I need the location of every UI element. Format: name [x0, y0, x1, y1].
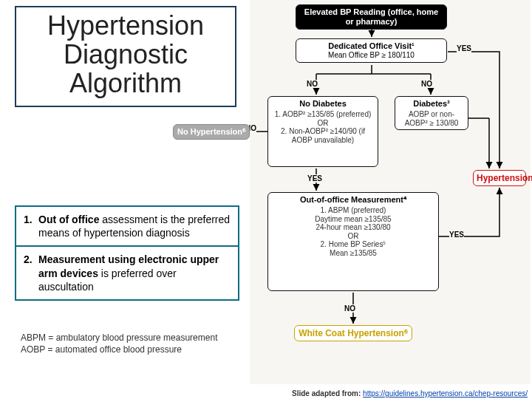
def-abpm: ABPM = ambulatory blood pressure measure… [21, 332, 217, 344]
node-out-of-office-measurement: Out-of-office Measurement⁴ 1. ABPM (pref… [267, 192, 439, 291]
note-body: Measurement using electronic upper arm d… [38, 253, 231, 293]
note-body: Out of office assessment is the preferre… [38, 213, 231, 239]
node-dedicated-office-visit: Dedicated Office Visit¹ Mean Office BP ≥… [296, 38, 447, 63]
title-line-1: Hypertension [22, 12, 229, 41]
slide: Hypertension Diagnostic Algorithm 1. Out… [0, 0, 532, 399]
definitions: ABPM = ambulatory blood pressure measure… [21, 332, 217, 355]
title-box: Hypertension Diagnostic Algorithm [15, 6, 236, 107]
node-hypertension: Hypertension [473, 170, 526, 186]
node-no-diabetes: No Diabetes 1. AOBP² ≥135/85 (preferred)… [267, 96, 378, 167]
label-no: NO [421, 80, 432, 88]
note-item-1: 1. Out of office assessment is the prefe… [16, 207, 238, 245]
flowchart: Elevated BP Reading (office, home or pha… [250, 0, 531, 384]
title-line-2: Diagnostic [22, 41, 229, 69]
attribution: Slide adapted from: https://guidelines.h… [292, 389, 528, 398]
node-elevated-bp: Elevated BP Reading (office, home or pha… [296, 4, 447, 30]
label-yes: YES [307, 174, 322, 183]
notes-box: 1. Out of office assessment is the prefe… [15, 205, 239, 301]
title-line-3: Algorithm [22, 69, 229, 98]
label-no: NO [307, 80, 318, 88]
node-no-hypertension: No Hypertension⁶ [173, 124, 250, 140]
note-item-2: 2. Measurement using electronic upper ar… [16, 247, 238, 299]
label-no: NO [344, 304, 355, 313]
note-number: 1. [24, 213, 38, 239]
attribution-link[interactable]: https://guidelines.hypertension.ca/chep-… [363, 389, 528, 398]
label-yes: YES [449, 231, 464, 239]
node-diabetes: Diabetes³ AOBP or non-AOBP² ≥ 130/80 [395, 96, 468, 130]
note-number: 2. [24, 253, 38, 293]
node-white-coat-hypertension: White Coat Hypertension⁶ [294, 325, 412, 341]
label-yes: YES [457, 44, 471, 52]
def-aobp: AOBP = automated office blood pressure [21, 344, 217, 356]
